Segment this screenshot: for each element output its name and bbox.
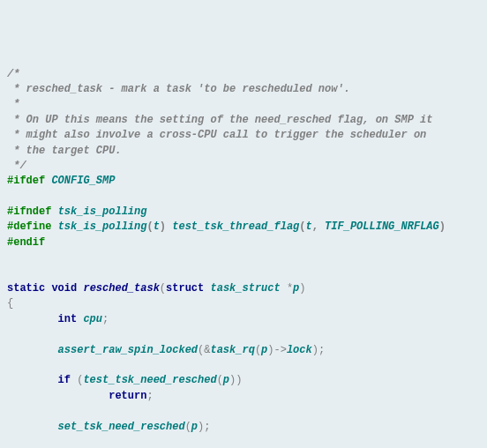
identifier: tsk_is_polling [58,220,147,233]
keyword: int [58,313,78,325]
preprocessor: #ifndef [7,205,51,218]
identifier: test_tsk_thread_flag [172,220,299,233]
identifier: t [306,220,312,233]
function-name: resched_task [83,282,159,295]
comment-line: */ [7,160,26,172]
comment-line: * might also involve a cross-CPU call to… [7,129,426,141]
comment-line: * [7,98,19,110]
preprocessor: #endif [7,236,45,249]
comment-line: * resched_task - mark a task 'to be resc… [7,83,350,95]
function-call: test_tsk_need_resched [83,374,216,386]
comment-line: /* [7,68,19,80]
comment-line: * On UP this means the setting of the ne… [7,114,432,126]
identifier: p [223,374,229,386]
function-call: assert_raw_spin_locked [58,344,198,356]
function-call: task_rq [210,344,254,356]
identifier: p [191,421,198,433]
keyword: static [7,282,45,295]
preprocessor: #define [7,220,51,233]
identifier: tsk_is_polling [58,205,147,218]
identifier: CONFIG_SMP [51,175,115,187]
preprocessor: #ifdef [7,175,45,187]
comment-line: * the target CPU. [7,145,122,157]
keyword: return [109,390,146,402]
type-name: task_struct [210,282,280,295]
keyword: struct [166,282,204,295]
identifier: cpu [83,313,102,325]
identifier: TIF_POLLING_NRFLAG [325,220,439,233]
code-block: /* * resched_task - mark a task 'to be r… [7,67,480,448]
identifier: lock [287,344,312,356]
function-call: set_tsk_need_resched [58,421,185,433]
keyword: void [51,282,77,295]
keyword: if [58,374,71,386]
identifier: t [154,220,160,233]
